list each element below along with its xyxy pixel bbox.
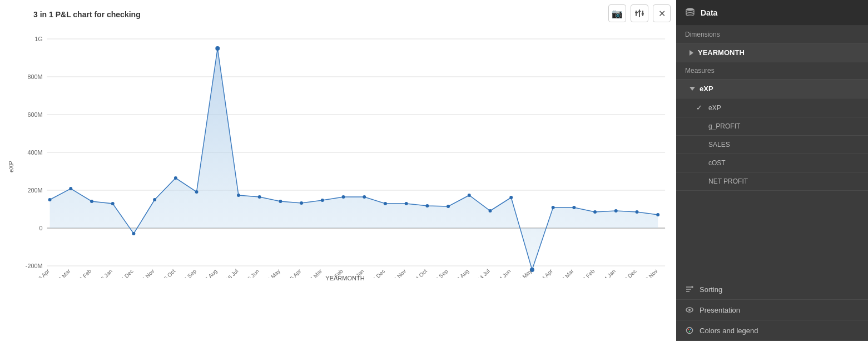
spacer xyxy=(676,191,868,279)
cost-sub-item[interactable]: cOST xyxy=(676,154,868,172)
exp-parent-item[interactable]: eXP xyxy=(676,80,868,98)
svg-point-55 xyxy=(688,309,691,311)
svg-text:14 Jun: 14 Jun xyxy=(496,268,512,278)
chart-line xyxy=(50,48,658,270)
chart-wrapper: eXP 1G 800M 600M xyxy=(0,22,671,312)
chart-title: 3 in 1 P&L chart for checking xyxy=(0,6,671,19)
presentation-section[interactable]: Presentation xyxy=(676,300,868,320)
data-point xyxy=(279,200,282,203)
panel-header-label: Data xyxy=(701,8,717,17)
data-point xyxy=(321,199,324,202)
svg-text:15 Jul: 15 Jul xyxy=(225,268,239,278)
sales-label: SALES xyxy=(708,141,730,149)
data-point xyxy=(111,202,115,205)
data-point xyxy=(509,196,513,199)
triangle-down-icon xyxy=(690,87,695,91)
dimensions-section-header: Dimensions xyxy=(676,26,868,43)
right-panel: Data Dimensions YEARMONTH Measures eXP ✓… xyxy=(676,0,868,341)
svg-text:14 Sep: 14 Sep xyxy=(433,268,449,278)
svg-text:14 Oct: 14 Oct xyxy=(412,268,428,278)
exp-parent-label: eXP xyxy=(700,85,713,93)
data-point xyxy=(425,204,429,207)
svg-text:15 Sep: 15 Sep xyxy=(181,268,197,278)
svg-text:0: 0 xyxy=(39,225,43,231)
chart-area-fill xyxy=(50,48,658,270)
svg-text:15 Oct: 15 Oct xyxy=(161,268,177,278)
data-point xyxy=(447,205,450,208)
svg-text:13 Nov: 13 Nov xyxy=(642,268,659,278)
triangle-right-icon xyxy=(690,50,693,56)
colors-legend-section[interactable]: Colors and legend xyxy=(676,320,868,341)
data-point xyxy=(468,194,471,197)
svg-text:400M: 400M xyxy=(27,149,42,156)
data-point xyxy=(69,187,72,190)
svg-rect-3 xyxy=(638,11,641,12)
sorting-label: Sorting xyxy=(700,285,722,294)
chart-area: 3 in 1 P&L chart for checking eXP xyxy=(0,0,676,341)
palette-icon xyxy=(685,326,694,335)
svg-text:16 Mar: 16 Mar xyxy=(55,268,72,278)
exp-sub-item[interactable]: ✓ eXP xyxy=(676,98,868,117)
data-point xyxy=(195,190,199,194)
settings-button[interactable] xyxy=(631,4,648,22)
camera-icon: 📷 xyxy=(612,8,623,19)
data-point xyxy=(237,194,240,197)
data-point xyxy=(552,206,555,209)
svg-text:14 Nov: 14 Nov xyxy=(390,268,407,278)
data-point xyxy=(258,195,261,199)
netprofit-sub-item[interactable]: NET PROFIT xyxy=(676,172,868,191)
data-point xyxy=(614,209,618,212)
data-point xyxy=(174,176,177,180)
sorting-section[interactable]: Sorting xyxy=(676,279,868,300)
data-point xyxy=(153,198,156,201)
gprofit-label: g_PROFIT xyxy=(708,122,740,130)
svg-text:14 Jan: 14 Jan xyxy=(601,268,617,278)
svg-text:15 Aug: 15 Aug xyxy=(202,268,219,278)
sales-sub-item[interactable]: SALES xyxy=(676,136,868,154)
data-point xyxy=(635,210,638,214)
svg-text:14 Aug: 14 Aug xyxy=(454,268,470,278)
svg-text:-200M: -200M xyxy=(26,263,43,269)
presentation-label: Presentation xyxy=(700,306,740,314)
data-point xyxy=(405,202,408,205)
close-button[interactable]: ✕ xyxy=(653,4,671,22)
data-point xyxy=(48,198,52,201)
y-axis-label: eXP xyxy=(6,22,17,312)
svg-text:13 Dec: 13 Dec xyxy=(621,268,638,278)
check-icon: ✓ xyxy=(696,103,704,112)
sort-icon xyxy=(685,285,694,294)
yearmonth-item[interactable]: YEARMONTH xyxy=(676,43,868,62)
svg-text:16 Jan: 16 Jan xyxy=(97,268,113,278)
colors-legend-label: Colors and legend xyxy=(700,327,758,335)
data-icon xyxy=(685,7,695,19)
svg-point-56 xyxy=(687,328,693,334)
svg-text:15 Dec: 15 Dec xyxy=(118,268,135,278)
svg-point-58 xyxy=(690,329,691,330)
data-point xyxy=(489,209,492,212)
svg-point-50 xyxy=(686,8,694,11)
data-point xyxy=(384,202,387,205)
close-icon: ✕ xyxy=(658,8,666,19)
svg-rect-0 xyxy=(636,11,637,16)
gprofit-sub-item[interactable]: g_PROFIT xyxy=(676,117,868,136)
svg-text:15 May: 15 May xyxy=(264,268,281,278)
svg-text:14 Mar: 14 Mar xyxy=(558,268,575,278)
data-point xyxy=(656,213,659,216)
svg-text:15 Jun: 15 Jun xyxy=(244,268,260,278)
camera-button[interactable]: 📷 xyxy=(608,4,626,22)
svg-text:16 Feb: 16 Feb xyxy=(76,268,93,278)
panel-header: Data xyxy=(676,0,868,26)
svg-text:600M: 600M xyxy=(27,111,42,118)
svg-rect-1 xyxy=(635,12,638,13)
svg-text:15 Mar: 15 Mar xyxy=(307,268,324,278)
svg-text:1G: 1G xyxy=(34,36,43,42)
svg-text:14 Dec: 14 Dec xyxy=(369,268,386,278)
measures-section-header: Measures xyxy=(676,62,868,80)
data-point xyxy=(572,206,576,209)
svg-text:200M: 200M xyxy=(27,187,42,194)
eye-icon xyxy=(685,305,694,314)
svg-text:14 Feb: 14 Feb xyxy=(579,268,596,278)
data-point xyxy=(593,210,597,214)
cost-label: cOST xyxy=(708,159,726,167)
chart-inner: 1G 800M 600M 400M 200M 0 -200M xyxy=(19,22,671,312)
